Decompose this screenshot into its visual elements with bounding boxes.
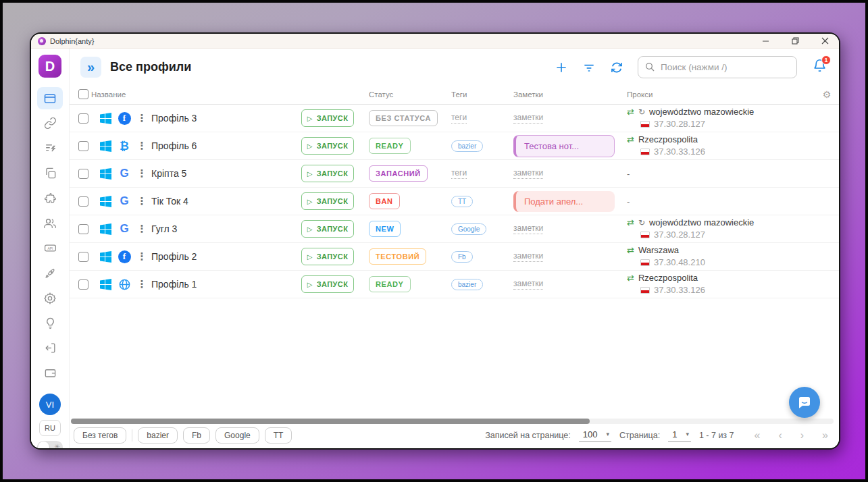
status-badge[interactable]: ЗАПАСНИЙ xyxy=(369,165,428,182)
minimize-icon[interactable] xyxy=(761,36,770,46)
notes-placeholder[interactable]: заметки xyxy=(513,279,543,290)
row-menu-icon[interactable]: ⋮ xyxy=(137,223,147,235)
sidebar-item-proxy[interactable] xyxy=(37,112,63,134)
refresh-button[interactable] xyxy=(610,61,623,74)
last-page-icon[interactable]: » xyxy=(822,429,828,441)
prev-page-icon[interactable]: ‹ xyxy=(778,429,782,441)
row-menu-icon[interactable]: ⋮ xyxy=(137,112,147,124)
notes-placeholder[interactable]: заметки xyxy=(513,168,543,179)
column-proxy[interactable]: Прокси xyxy=(627,90,653,99)
language-button[interactable]: RU xyxy=(39,420,61,436)
note-badge[interactable]: Подати апел... xyxy=(513,191,615,212)
row-checkbox[interactable] xyxy=(78,113,88,124)
sidebar-item-pages[interactable] xyxy=(37,162,63,184)
launch-button[interactable]: ▷ЗАПУСК xyxy=(301,109,354,127)
proxy-swap-icon[interactable]: ⇄ xyxy=(627,217,634,229)
proxy-rotate-icon[interactable]: ↻ xyxy=(638,107,645,118)
search-input[interactable] xyxy=(638,56,797,78)
row-checkbox[interactable] xyxy=(78,279,88,290)
row-checkbox[interactable] xyxy=(78,169,88,179)
tag-chip[interactable]: bazier xyxy=(451,140,483,152)
sidebar-item-logout[interactable] xyxy=(37,337,63,359)
sidebar-item-wallet[interactable] xyxy=(37,362,63,384)
theme-toggle[interactable]: ☀ xyxy=(37,441,63,450)
tags-placeholder[interactable]: теги xyxy=(451,168,467,179)
table-row[interactable]: ₿ ⋮ Профіль 6 ▷ЗАПУСК READY bazier Тесто… xyxy=(70,132,839,160)
launch-button[interactable]: ▷ЗАПУСК xyxy=(301,165,354,182)
tag-filter-google[interactable]: Google xyxy=(215,427,259,444)
horizontal-scrollbar[interactable] xyxy=(71,419,834,424)
row-menu-icon[interactable]: ⋮ xyxy=(137,140,147,152)
table-row[interactable]: f ⋮ Профіль 2 ▷ЗАПУСК ТЕСТОВИЙ Fb заметк… xyxy=(70,243,839,271)
tag-filter-bazier[interactable]: bazier xyxy=(138,427,178,444)
row-checkbox[interactable] xyxy=(78,141,88,151)
row-checkbox[interactable] xyxy=(78,196,88,207)
row-menu-icon[interactable]: ⋮ xyxy=(137,250,147,263)
rows-per-page-select[interactable]: 100▾ xyxy=(579,429,611,442)
status-badge[interactable]: БЕЗ СТАТУСА xyxy=(369,110,438,126)
page-select[interactable]: 1▾ xyxy=(668,429,691,442)
dolphin-logo[interactable]: D xyxy=(39,55,61,78)
row-checkbox[interactable] xyxy=(78,252,88,262)
support-chat-button[interactable] xyxy=(789,387,820,418)
tag-filter-no-tags[interactable]: Без тегов xyxy=(74,427,126,444)
select-all-checkbox[interactable] xyxy=(78,89,88,99)
tag-chip[interactable]: Google xyxy=(451,223,486,235)
row-menu-icon[interactable]: ⋮ xyxy=(137,167,147,180)
sidebar-item-extensions[interactable] xyxy=(37,187,63,209)
row-menu-icon[interactable]: ⋮ xyxy=(137,278,147,290)
sidebar-item-ideas[interactable] xyxy=(37,312,63,334)
status-badge[interactable]: READY xyxy=(369,276,411,292)
proxy-swap-icon[interactable]: ⇄ xyxy=(627,106,634,118)
launch-button[interactable]: ▷ЗАПУСК xyxy=(301,192,354,210)
sidebar-item-team[interactable] xyxy=(37,212,63,234)
filter-button[interactable] xyxy=(582,61,596,74)
tag-chip[interactable]: TT xyxy=(451,196,473,207)
tag-chip[interactable]: bazier xyxy=(451,279,483,290)
user-avatar[interactable]: VI xyxy=(39,394,61,415)
launch-button[interactable]: ▷ЗАПУСК xyxy=(301,275,354,293)
close-icon[interactable] xyxy=(820,36,829,46)
notes-placeholder[interactable]: заметки xyxy=(513,223,543,234)
tag-filter-tt[interactable]: TT xyxy=(265,427,292,444)
sidebar-item-profiles[interactable] xyxy=(37,87,63,109)
column-settings-gear-icon[interactable]: ⚙ xyxy=(823,89,832,100)
tag-chip[interactable]: Fb xyxy=(451,251,473,263)
table-row[interactable]: G ⋮ Тік Ток 4 ▷ЗАПУСК BAN TT Подати апел… xyxy=(70,188,839,215)
first-page-icon[interactable]: « xyxy=(755,429,761,441)
table-row[interactable]: G ⋮ Кріпта 5 ▷ЗАПУСК ЗАПАСНИЙ теги замет… xyxy=(70,160,839,188)
column-tags[interactable]: Теги xyxy=(451,90,467,99)
column-status[interactable]: Статус xyxy=(369,90,393,99)
note-badge[interactable]: Тестова нот... xyxy=(513,135,615,157)
next-page-icon[interactable]: › xyxy=(800,429,804,441)
table-row[interactable]: G ⋮ Гугл 3 ▷ЗАПУСК NEW Google заметки ⇄↻… xyxy=(70,215,839,243)
sidebar-item-automation[interactable] xyxy=(37,137,63,159)
column-notes[interactable]: Заметки xyxy=(513,90,543,99)
row-checkbox[interactable] xyxy=(78,224,88,234)
sidebar-item-settings[interactable] xyxy=(37,287,63,309)
row-menu-icon[interactable]: ⋮ xyxy=(137,195,147,207)
sidebar-item-upgrade[interactable] xyxy=(37,262,63,284)
table-row[interactable]: ⋮ Профіль 1 ▷ЗАПУСК READY bazier заметки… xyxy=(70,271,839,298)
column-name[interactable]: Название xyxy=(91,90,126,99)
notes-placeholder[interactable]: заметки xyxy=(513,251,543,262)
add-profile-button[interactable] xyxy=(555,61,568,74)
notifications-button[interactable]: 1 xyxy=(813,59,827,76)
proxy-swap-icon[interactable]: ⇄ xyxy=(627,272,634,284)
tags-placeholder[interactable]: теги xyxy=(451,113,467,124)
proxy-rotate-icon[interactable]: ↻ xyxy=(638,217,645,229)
proxy-swap-icon[interactable]: ⇄ xyxy=(627,244,634,257)
status-badge[interactable]: BAN xyxy=(369,193,400,209)
tag-filter-fb[interactable]: Fb xyxy=(183,427,210,444)
scrollbar-thumb[interactable] xyxy=(71,419,590,424)
notes-placeholder[interactable]: заметки xyxy=(513,113,543,124)
sidebar-item-api[interactable]: API xyxy=(37,237,63,259)
status-badge[interactable]: READY xyxy=(369,138,411,154)
launch-button[interactable]: ▷ЗАПУСК xyxy=(301,248,354,265)
expand-sidebar-button[interactable]: » xyxy=(80,57,101,78)
table-row[interactable]: f ⋮ Профіль 3 ▷ЗАПУСК БЕЗ СТАТУСА теги з… xyxy=(70,105,839,132)
status-badge[interactable]: ТЕСТОВИЙ xyxy=(369,248,426,265)
launch-button[interactable]: ▷ЗАПУСК xyxy=(301,137,354,155)
restore-icon[interactable] xyxy=(790,36,800,46)
launch-button[interactable]: ▷ЗАПУСК xyxy=(301,220,354,238)
